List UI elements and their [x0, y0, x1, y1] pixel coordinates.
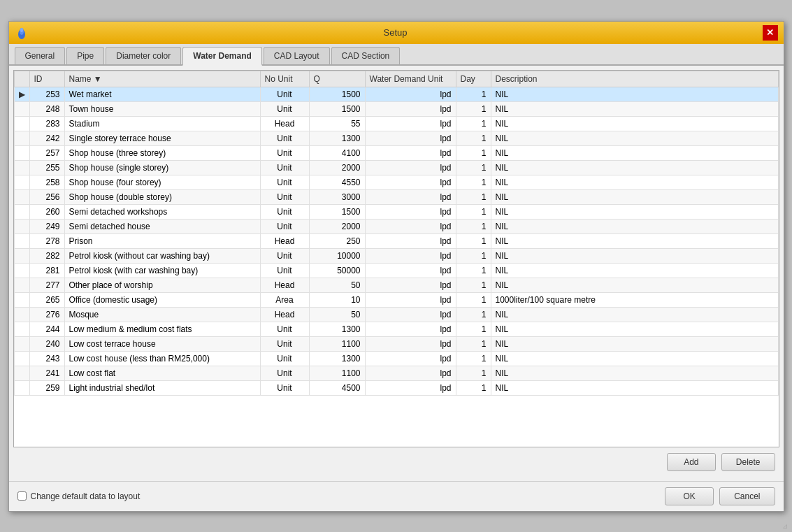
- cell-name: Shop house (double storey): [64, 189, 260, 204]
- table-row[interactable]: 277Other place of worshipHead50lpd1NIL: [14, 278, 778, 292]
- add-button[interactable]: Add: [667, 453, 716, 471]
- resize-handle[interactable]: ⊿: [782, 522, 791, 531]
- default-data-checkbox[interactable]: [17, 491, 27, 501]
- cell-description: NIL: [491, 307, 778, 322]
- cell-water-demand-unit: lpd: [365, 189, 456, 204]
- footer: Change default data to layout OK Cancel: [9, 481, 784, 511]
- cell-q: 1500: [309, 204, 365, 219]
- table-row[interactable]: 265Office (domestic usage)Area10lpd11000…: [14, 292, 778, 307]
- tab-diameter-color[interactable]: Diameter color: [106, 47, 181, 64]
- col-day[interactable]: Day: [456, 71, 491, 87]
- svg-point-2: [20, 28, 23, 32]
- table-row[interactable]: 282Petrol kiosk (without car washing bay…: [14, 248, 778, 263]
- cell-no-unit: Unit: [260, 145, 309, 160]
- cell-water-demand-unit: lpd: [365, 380, 456, 395]
- row-indicator: [14, 116, 29, 131]
- tab-cad-layout[interactable]: CAD Layout: [264, 47, 330, 64]
- cell-description: NIL: [491, 322, 778, 336]
- tab-pipe[interactable]: Pipe: [66, 47, 104, 64]
- table-row[interactable]: 257Shop house (three storey)Unit4100lpd1…: [14, 145, 778, 160]
- cell-day: 1: [456, 145, 491, 160]
- app-icon: [15, 26, 29, 40]
- cell-name: Petrol kiosk (without car washing bay): [64, 248, 260, 263]
- table-row[interactable]: 249Semi detached houseUnit2000lpd1NIL: [14, 219, 778, 233]
- cell-description: NIL: [491, 160, 778, 175]
- cell-water-demand-unit: lpd: [365, 131, 456, 145]
- cell-day: 1: [456, 101, 491, 116]
- delete-button[interactable]: Delete: [721, 453, 775, 471]
- cell-no-unit: Unit: [260, 101, 309, 116]
- cell-q: 10: [309, 292, 365, 307]
- table-row[interactable]: 242Single storey terrace houseUnit1300lp…: [14, 131, 778, 145]
- cell-day: 1: [456, 219, 491, 233]
- cell-water-demand-unit: lpd: [365, 116, 456, 131]
- table-row[interactable]: 240Low cost terrace houseUnit1100lpd1NIL: [14, 336, 778, 351]
- cell-no-unit: Head: [260, 307, 309, 322]
- cell-day: 1: [456, 131, 491, 145]
- table-row[interactable]: 255Shop house (single storey)Unit2000lpd…: [14, 160, 778, 175]
- cell-id: 248: [29, 101, 64, 116]
- row-indicator: [14, 248, 29, 263]
- table-row[interactable]: 248Town houseUnit1500lpd1NIL: [14, 101, 778, 116]
- cell-id: 255: [29, 160, 64, 175]
- cell-id: 260: [29, 204, 64, 219]
- row-indicator: [14, 175, 29, 189]
- col-water-demand-unit[interactable]: Water Demand Unit: [365, 71, 456, 87]
- row-indicator: [14, 101, 29, 116]
- cell-description: NIL: [491, 380, 778, 395]
- cell-q: 250: [309, 233, 365, 248]
- tab-water-demand[interactable]: Water Demand: [182, 47, 262, 66]
- cell-description: NIL: [491, 145, 778, 160]
- table-row[interactable]: 256Shop house (double storey)Unit3000lpd…: [14, 189, 778, 204]
- col-description[interactable]: Description: [491, 71, 778, 87]
- cell-description: NIL: [491, 366, 778, 380]
- cell-water-demand-unit: lpd: [365, 101, 456, 116]
- col-name[interactable]: Name ▼: [64, 71, 260, 87]
- cell-name: Mosque: [64, 307, 260, 322]
- table-row[interactable]: 244Low medium & medium cost flatsUnit130…: [14, 322, 778, 336]
- col-no-unit[interactable]: No Unit: [260, 71, 309, 87]
- cell-name: Semi detached workshops: [64, 204, 260, 219]
- table-row[interactable]: ▶253Wet marketUnit1500lpd1NIL: [14, 87, 778, 101]
- cell-id: 278: [29, 233, 64, 248]
- col-q[interactable]: Q: [309, 71, 365, 87]
- cell-water-demand-unit: lpd: [365, 351, 456, 366]
- table-row[interactable]: 276MosqueHead50lpd1NIL: [14, 307, 778, 322]
- default-data-checkbox-label[interactable]: Change default data to layout: [17, 491, 141, 501]
- col-id[interactable]: ID: [29, 71, 64, 87]
- cell-name: Wet market: [64, 87, 260, 101]
- cell-no-unit: Unit: [260, 131, 309, 145]
- cell-id: 240: [29, 336, 64, 351]
- cell-day: 1: [456, 116, 491, 131]
- table-row[interactable]: 241Low cost flatUnit1100lpd1NIL: [14, 366, 778, 380]
- ok-button[interactable]: OK: [665, 487, 714, 505]
- table-row[interactable]: 283StadiumHead55lpd1NIL: [14, 116, 778, 131]
- cell-id: 277: [29, 278, 64, 292]
- window-title: Setup: [29, 27, 763, 38]
- row-indicator: [14, 263, 29, 278]
- cell-name: Shop house (three storey): [64, 145, 260, 160]
- cell-q: 1100: [309, 336, 365, 351]
- cell-q: 2000: [309, 160, 365, 175]
- close-button[interactable]: ✕: [763, 25, 778, 41]
- cell-name: Town house: [64, 101, 260, 116]
- cell-water-demand-unit: lpd: [365, 278, 456, 292]
- cell-description: NIL: [491, 116, 778, 131]
- table-row[interactable]: 260Semi detached workshopsUnit1500lpd1NI…: [14, 204, 778, 219]
- cell-day: 1: [456, 380, 491, 395]
- cell-id: 249: [29, 219, 64, 233]
- cell-day: 1: [456, 189, 491, 204]
- cell-id: 243: [29, 351, 64, 366]
- table-row[interactable]: 278PrisonHead250lpd1NIL: [14, 233, 778, 248]
- table-row[interactable]: 258Shop house (four storey)Unit4550lpd1N…: [14, 175, 778, 189]
- cancel-button[interactable]: Cancel: [719, 487, 775, 505]
- table-wrapper[interactable]: ID Name ▼ No Unit Q Water Demand Unit Da…: [14, 71, 779, 447]
- cell-id: 253: [29, 87, 64, 101]
- row-indicator: [14, 219, 29, 233]
- cell-no-unit: Unit: [260, 351, 309, 366]
- table-row[interactable]: 259Light industrial shed/lotUnit4500lpd1…: [14, 380, 778, 395]
- table-row[interactable]: 243Low cost house (less than RM25,000)Un…: [14, 351, 778, 366]
- tab-cad-section[interactable]: CAD Section: [331, 47, 401, 64]
- tab-general[interactable]: General: [15, 47, 66, 64]
- table-row[interactable]: 281Petrol kiosk (with car washing bay)Un…: [14, 263, 778, 278]
